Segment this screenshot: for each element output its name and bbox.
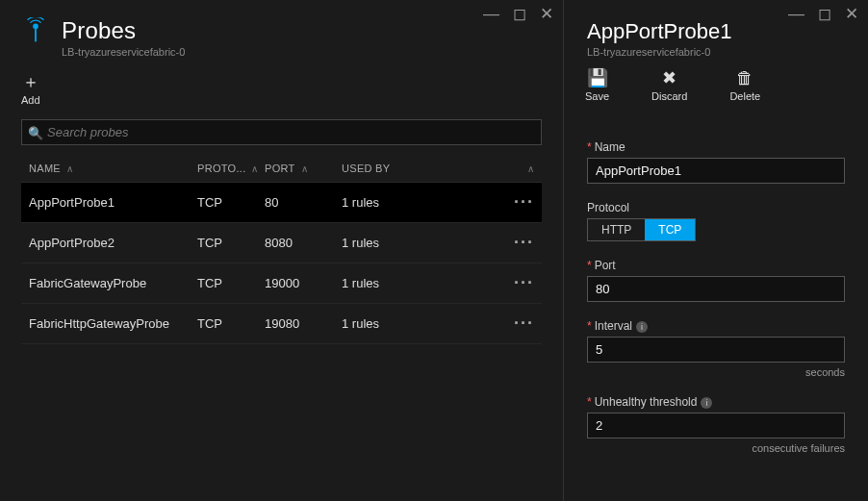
threshold-field[interactable] <box>587 413 845 438</box>
cell-protocol: TCP <box>197 316 265 331</box>
sort-icon: ∧ <box>66 163 73 174</box>
name-field[interactable] <box>587 158 845 184</box>
cell-name: AppPortProbe2 <box>29 236 197 250</box>
cell-name: FabricHttpGatewayProbe <box>29 316 197 331</box>
svg-rect-1 <box>35 29 37 41</box>
probes-panel: — ◻ ✕ Probes LB-tryazureservicefabric-0 … <box>0 0 564 501</box>
save-icon: 💾 <box>587 69 608 87</box>
row-more-button[interactable]: ··· <box>496 233 534 253</box>
col-usedby[interactable]: USED BY <box>342 163 496 174</box>
discard-button[interactable]: ✖ Discard <box>651 69 687 102</box>
save-button[interactable]: 💾 Save <box>585 69 609 102</box>
table-row[interactable]: AppPortProbe2TCP80801 rules··· <box>21 223 542 263</box>
row-more-button[interactable]: ··· <box>496 192 534 213</box>
cell-protocol: TCP <box>197 276 265 290</box>
cell-usedby: 1 rules <box>342 236 496 250</box>
maximize-icon[interactable]: ◻ <box>818 6 831 22</box>
label-protocol: Protocol <box>587 201 845 214</box>
label-name: *Name <box>587 140 845 154</box>
panel-title: Probes <box>62 17 185 44</box>
protocol-toggle[interactable]: HTTP TCP <box>587 218 696 241</box>
minimize-icon[interactable]: — <box>788 6 804 22</box>
plus-icon: ＋ <box>22 73 39 90</box>
port-field[interactable] <box>587 276 845 302</box>
close-icon[interactable]: ✕ <box>845 6 858 22</box>
table-row[interactable]: AppPortProbe1TCP801 rules··· <box>21 183 542 223</box>
col-port[interactable]: PORT∧ <box>265 163 342 174</box>
table-header: NAME∧ PROTO...∧ PORT∧ USED BY ∧ <box>21 155 542 183</box>
table-row[interactable]: FabricHttpGatewayProbeTCP190801 rules··· <box>21 304 542 344</box>
sort-icon: ∧ <box>527 163 534 174</box>
interval-hint: seconds <box>587 366 845 378</box>
search-icon: 🔍 <box>28 125 43 139</box>
probe-detail-panel: — ◻ ✕ AppPortProbe1 LB-tryazureservicefa… <box>564 0 868 501</box>
cell-protocol: TCP <box>197 236 265 250</box>
cell-usedby: 1 rules <box>342 195 496 210</box>
delete-button[interactable]: 🗑 Delete <box>729 69 760 102</box>
row-more-button[interactable]: ··· <box>496 313 534 334</box>
sort-icon: ∧ <box>301 163 308 174</box>
label-port: *Port <box>587 259 845 272</box>
threshold-hint: consecutive failures <box>587 442 845 454</box>
protocol-tcp[interactable]: TCP <box>645 219 695 240</box>
cell-name: AppPortProbe1 <box>29 195 197 210</box>
info-icon[interactable]: i <box>636 321 648 333</box>
interval-field[interactable] <box>587 337 845 363</box>
probes-icon <box>21 17 50 46</box>
sort-icon: ∧ <box>251 163 258 174</box>
cell-usedby: 1 rules <box>342 276 496 290</box>
delete-icon: 🗑 <box>736 69 753 87</box>
label-threshold: *Unhealthy thresholdi <box>587 395 845 409</box>
discard-icon: ✖ <box>662 69 677 87</box>
table-row[interactable]: FabricGatewayProbeTCP190001 rules··· <box>21 263 542 304</box>
cell-usedby: 1 rules <box>342 316 496 331</box>
close-icon[interactable]: ✕ <box>540 6 553 22</box>
protocol-http[interactable]: HTTP <box>588 219 645 240</box>
svg-point-0 <box>33 24 38 30</box>
col-protocol[interactable]: PROTO...∧ <box>197 163 265 174</box>
add-button[interactable]: ＋ Add <box>21 73 40 106</box>
detail-title: AppPortProbe1 <box>587 19 845 44</box>
label-interval: *Intervali <box>587 319 845 333</box>
col-name[interactable]: NAME∧ <box>29 163 197 174</box>
detail-subtitle: LB-tryazureservicefabric-0 <box>587 46 845 58</box>
maximize-icon[interactable]: ◻ <box>513 6 526 22</box>
cell-port: 19000 <box>265 276 342 290</box>
info-icon[interactable]: i <box>701 397 712 409</box>
cell-protocol: TCP <box>197 195 265 210</box>
cell-port: 80 <box>265 195 342 210</box>
cell-name: FabricGatewayProbe <box>29 276 197 290</box>
search-input[interactable] <box>21 119 542 145</box>
row-more-button[interactable]: ··· <box>496 273 534 293</box>
minimize-icon[interactable]: — <box>483 6 499 22</box>
panel-subtitle: LB-tryazureservicefabric-0 <box>62 46 185 58</box>
cell-port: 19080 <box>265 316 342 331</box>
cell-port: 8080 <box>265 236 342 250</box>
